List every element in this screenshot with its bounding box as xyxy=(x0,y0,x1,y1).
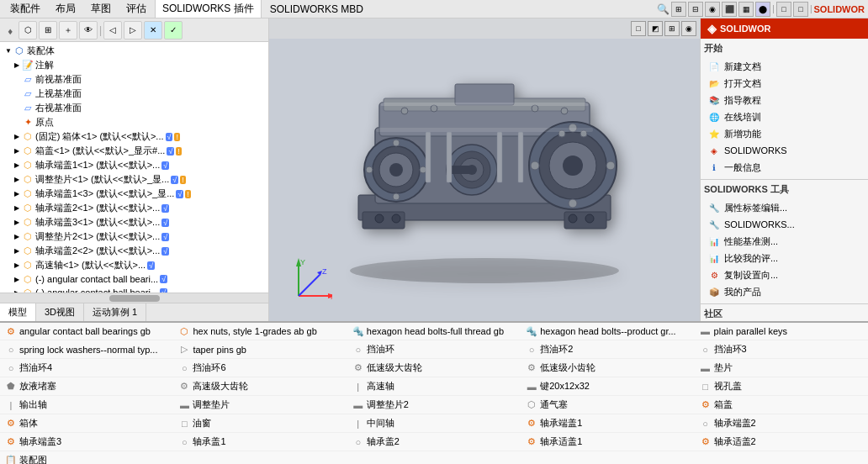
bottom-item-oil-ring6[interactable]: ○ 挡油环6 xyxy=(173,359,347,377)
tool-icon-5[interactable]: ▦ xyxy=(738,2,754,17)
tree-node-bc3[interactable]: ▶ ⬡ 轴承端盖1<3> (默认<<默认>_显... √ ! xyxy=(2,187,267,201)
tree-node-right[interactable]: ▱ 右视基准面 xyxy=(2,101,267,115)
bottom-item-adjust-shim2[interactable]: ▬ 调整垫片2 xyxy=(347,396,521,414)
toolbar-btn-collapse[interactable]: ⬡ xyxy=(19,21,37,40)
toolbar-btn-check[interactable]: ✓ xyxy=(164,21,183,40)
tree-node-bc3-1[interactable]: ▶ ⬡ 轴承端盖3<1> (默认<<默认>... √ xyxy=(2,215,267,229)
tab-3dview[interactable]: 3D视图 xyxy=(36,303,84,321)
bottom-item-oil-ring2[interactable]: ○ 挡油环2 xyxy=(521,340,694,359)
search-icon[interactable]: 🔍 xyxy=(657,3,670,15)
tree-node-bc2-1[interactable]: ▶ ⬡ 轴承端盖2<1> (默认<<默认>... √ xyxy=(2,201,267,215)
tool-icon-4[interactable]: ⬛ xyxy=(722,2,737,17)
viewport[interactable]: □ ◩ ⊞ ◉ xyxy=(269,18,700,321)
tree-node-body[interactable]: ▶ ⬡ (固定) 箱体<1> (默认<<默认>... √ ! xyxy=(2,129,267,144)
bottom-item-middle-shaft[interactable]: | 中间轴 xyxy=(347,414,521,433)
bottom-item-low-speed-large-gear[interactable]: ⚙ 低速级大齿轮 xyxy=(347,359,521,377)
tree-node-highspeed-shaft[interactable]: ▶ ⬡ 高速轴<1> (默认<<默认>... √ xyxy=(2,258,267,272)
tool-icon-2[interactable]: ⊟ xyxy=(688,2,703,17)
tab-motion[interactable]: 运动算例 1 xyxy=(84,303,146,321)
tree-node-bc2-2[interactable]: ▶ ⬡ 轴承端盖2<2> (默认<<默认>... √ xyxy=(2,244,267,258)
right-item-training[interactable]: 🌐 在线培训 xyxy=(704,108,865,125)
bottom-item-spring-washers[interactable]: ○ spring lock washers--normal typ... xyxy=(0,340,173,359)
view-btn-3[interactable]: ⊞ xyxy=(664,21,680,36)
right-item-tutorial[interactable]: 📚 指导教程 xyxy=(704,92,865,108)
toolbar-btn-eye[interactable]: 👁 xyxy=(79,21,98,40)
tool-icon-6[interactable]: ⬤ xyxy=(755,2,770,17)
tool-icon-3[interactable]: ◉ xyxy=(705,2,720,17)
right-item-general-info[interactable]: ℹ 一般信息 xyxy=(704,159,865,176)
tree-node-angular1[interactable]: ▶ ⬡ (-) angular contact ball beari... √ xyxy=(2,272,267,286)
toolbar-btn-add[interactable]: ＋ xyxy=(59,21,77,40)
tool-icon-8[interactable]: □ xyxy=(793,2,808,17)
bottom-item-bearing-adapt-cover1[interactable]: ⚙ 轴承适盖1 xyxy=(521,433,694,451)
bottom-item-oil-ring3[interactable]: ○ 挡油环3 xyxy=(695,340,868,359)
tab-model[interactable]: 模型 xyxy=(0,303,36,321)
menu-solidworks-mbd[interactable]: SOLIDWORKS MBD xyxy=(263,2,370,17)
bottom-item-assembly-drawing[interactable]: 📋 装配图 xyxy=(0,451,173,464)
tree-node-bearing-cover1[interactable]: ▶ ⬡ 轴承端盖1<1> (默认<<默认>... √ xyxy=(2,158,267,172)
bottom-item-drain-plug[interactable]: ⬟ 放液堵塞 xyxy=(0,377,173,396)
view-btn-2[interactable]: ◩ xyxy=(648,21,663,36)
view-btn-1[interactable]: □ xyxy=(631,21,646,36)
tree-node-cover[interactable]: ▶ ⬡ 箱盖<1> (默认<<默认>_显示#... √ ! xyxy=(2,144,267,158)
right-item-new-doc[interactable]: 📄 新建文档 xyxy=(704,58,865,75)
menu-evaluate[interactable]: 评估 xyxy=(119,0,153,18)
bottom-item-hex-bolts-product[interactable]: 🔩 hexagon head bolts--product gr... xyxy=(521,323,694,340)
toolbar-btn-right[interactable]: ▷ xyxy=(124,21,142,40)
right-item-tag-editor[interactable]: 🔧 属性标签编辑... xyxy=(704,199,865,216)
tree-node-angular2[interactable]: ▶ ⬡ (-) angular contact ball beari... √ xyxy=(2,286,267,293)
bottom-item-bearing-end-cover1[interactable]: ⚙ 轴承端盖1 xyxy=(521,414,694,433)
menu-sketch[interactable]: 草图 xyxy=(84,0,118,18)
tree-node-front[interactable]: ▱ 前视基准面 xyxy=(2,72,267,87)
bottom-item-oil-ring1[interactable]: ○ 挡油环 xyxy=(347,340,521,359)
tree-root[interactable]: ▼ ⬡ 装配体 xyxy=(2,44,267,58)
view-btn-4[interactable]: ◉ xyxy=(681,21,696,36)
bottom-item-bearing-fit-cover1[interactable]: ○ 轴承盖1 xyxy=(173,433,347,451)
bottom-item-high-speed-shaft[interactable]: | 高速轴 xyxy=(347,377,521,396)
right-item-perf-bench[interactable]: 📊 性能基准测... xyxy=(704,233,865,250)
bottom-item-hex-bolts-full[interactable]: 🔩 hexagon head bolts-full thread gb xyxy=(347,323,521,340)
bottom-item-oil-window[interactable]: □ 油窗 xyxy=(173,414,347,433)
bottom-item-low-speed-small-gear[interactable]: ⚙ 低速级小齿轮 xyxy=(521,359,694,377)
menu-layout[interactable]: 布局 xyxy=(49,0,82,18)
right-item-compare[interactable]: 📊 比较我的评... xyxy=(704,250,865,266)
filter-icon[interactable]: ⬧ xyxy=(7,24,13,37)
right-item-copy-settings[interactable]: ⚙ 复制设置向... xyxy=(704,266,865,283)
bottom-item-taper-pins[interactable]: ▷ taper pins gb xyxy=(173,340,347,359)
bottom-item-gasket[interactable]: ▬ 垫片 xyxy=(695,359,868,377)
bottom-item-box-body[interactable]: ⚙ 箱体 xyxy=(0,414,173,433)
menu-solidworks-plugin[interactable]: SOLIDWORKS 插件 xyxy=(155,0,262,18)
toolbar-btn-x[interactable]: ✕ xyxy=(144,21,162,40)
bottom-item-hex-nuts[interactable]: ⬡ hex nuts, style 1-grades ab gb xyxy=(173,323,347,340)
bottom-item-sight-cover[interactable]: □ 视孔盖 xyxy=(695,377,868,396)
right-item-new-features[interactable]: ⭐ 新增功能 xyxy=(704,125,865,142)
tool-icon-7[interactable]: □ xyxy=(776,2,791,17)
tree-node-top[interactable]: ▱ 上视基准面 xyxy=(2,87,267,101)
right-item-solidworks[interactable]: ◈ SOLIDWORKS xyxy=(704,142,865,159)
bottom-item-bearing-adapt-cover2[interactable]: ⚙ 轴承适盖2 xyxy=(695,433,868,451)
bottom-item-vent[interactable]: ⬡ 通气塞 xyxy=(521,396,694,414)
right-item-my-products[interactable]: 📦 我的产品 xyxy=(704,283,865,300)
bottom-item-output-shaft[interactable]: | 输出轴 xyxy=(0,396,173,414)
tree-node-annotation[interactable]: ▶ 📝 注解 xyxy=(2,58,267,72)
right-item-sw-tool[interactable]: 🔧 SOLIDWORKS... xyxy=(704,216,865,233)
bottom-item-key20[interactable]: ▬ 键20x12x32 xyxy=(521,377,694,396)
right-item-open-doc[interactable]: 📂 打开文档 xyxy=(704,75,865,92)
bottom-item-oil-ring4[interactable]: ○ 挡油环4 xyxy=(0,359,173,377)
bottom-item-parallel-keys[interactable]: ▬ plain parallel keys xyxy=(695,323,868,340)
toolbar-btn-expand[interactable]: ⊞ xyxy=(39,21,57,40)
tree-node-shim2[interactable]: ▶ ⬡ 调整垫片2<1> (默认<<默认>... √ xyxy=(2,229,267,244)
bottom-item-bearing-end-cover2[interactable]: ○ 轴承端盖2 xyxy=(695,414,868,433)
bottom-item-adjust-shim[interactable]: ▬ 调整垫片 xyxy=(173,396,347,414)
menu-assembly[interactable]: 装配件 xyxy=(3,0,47,18)
bottom-item-high-speed-large-gear[interactable]: ⚙ 高速级大齿轮 xyxy=(173,377,347,396)
bottom-item-bearing-fit-cover2[interactable]: ○ 轴承盖2 xyxy=(347,433,521,451)
tree-node-origin[interactable]: ✦ 原点 xyxy=(2,115,267,129)
bottom-item-box-cover[interactable]: ⚙ 箱盖 xyxy=(695,396,868,414)
scroll-thumb[interactable] xyxy=(109,295,160,302)
horizontal-scrollbar[interactable] xyxy=(0,293,268,303)
tool-icon-1[interactable]: ⊞ xyxy=(671,2,686,17)
bottom-item-bearing-end-cover3[interactable]: ⚙ 轴承端盖3 xyxy=(0,433,173,451)
toolbar-btn-left[interactable]: ◁ xyxy=(103,21,122,40)
tree-node-shim1[interactable]: ▶ ⬡ 调整垫片<1> (默认<<默认>_显... √ ! xyxy=(2,172,267,187)
